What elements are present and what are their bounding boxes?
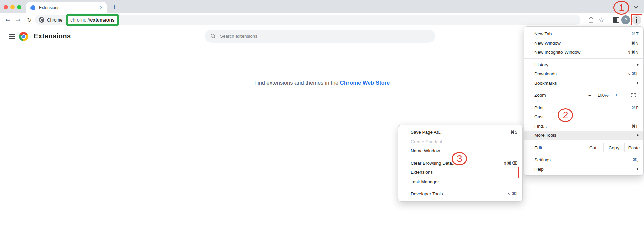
- annotation-step-2: 2: [558, 108, 573, 122]
- menu-item-history[interactable]: History: [524, 60, 643, 70]
- close-window-button[interactable]: [4, 5, 8, 9]
- menu-separator: [524, 58, 643, 59]
- back-button[interactable]: ←: [3, 13, 12, 26]
- zoom-level: 100%: [596, 91, 610, 100]
- browser-window: Extensions × + ← → ↻ Chrome chrome://ext…: [0, 0, 644, 242]
- menu-item-new-tab[interactable]: New Tab ⌘T: [524, 29, 643, 39]
- tab-title: Extensions: [39, 5, 59, 10]
- submenu-arrow-icon: [637, 82, 639, 84]
- page-title: Extensions: [34, 32, 71, 40]
- fullscreen-icon: [631, 93, 636, 97]
- profile-button[interactable]: P: [621, 13, 630, 26]
- annotation-box-more-tools: [523, 126, 643, 137]
- annotation-box-extensions: [399, 167, 519, 178]
- tab-strip: Extensions × +: [0, 0, 644, 13]
- menu-separator: [524, 89, 643, 89]
- search-icon: [211, 34, 216, 39]
- menu-separator: [524, 102, 643, 102]
- edit-paste-button[interactable]: Paste: [624, 143, 643, 153]
- active-tab[interactable]: Extensions ×: [26, 2, 107, 13]
- share-button[interactable]: [587, 13, 595, 26]
- url-host: extensions: [90, 17, 115, 23]
- menu-item-downloads[interactable]: Downloads ⌥⌘L: [524, 69, 643, 79]
- url-highlight-box[interactable]: chrome://extensions: [66, 14, 119, 26]
- reload-button[interactable]: ↻: [25, 13, 34, 26]
- hamburger-menu-icon[interactable]: [9, 34, 15, 35]
- share-icon: [588, 16, 594, 24]
- chrome-web-store-link[interactable]: Chrome Web Store: [340, 80, 390, 86]
- submenu-arrow-icon: [637, 63, 639, 66]
- menu-separator: [524, 142, 643, 142]
- chevron-down-icon[interactable]: [634, 4, 638, 9]
- submenu-item-developer-tools[interactable]: Developer Tools ⌥⌘I: [398, 189, 522, 199]
- new-tab-button[interactable]: +: [110, 3, 119, 11]
- menu-item-help[interactable]: Help: [524, 165, 643, 174]
- menu-item-new-incognito-window[interactable]: New Incognito Window ⇧⌘N: [524, 48, 643, 57]
- avatar: P: [621, 15, 630, 24]
- edit-copy-button[interactable]: Copy: [603, 143, 624, 153]
- fullscreen-button[interactable]: [623, 91, 643, 100]
- menu-separator: [398, 188, 522, 188]
- edit-cut-button[interactable]: Cut: [582, 143, 603, 153]
- annotation-box-menu-button: [631, 14, 642, 25]
- submenu-item-save-page-as[interactable]: Save Page As... ⌘S: [398, 128, 522, 137]
- forward-button[interactable]: →: [13, 13, 22, 26]
- minimize-window-button[interactable]: [10, 5, 15, 9]
- menu-item-zoom: Zoom – 100% +: [524, 91, 643, 100]
- annotation-step-1: 1: [613, 1, 629, 15]
- url-scheme: chrome://: [70, 17, 90, 23]
- menu-item-bookmarks[interactable]: Bookmarks: [524, 79, 643, 88]
- bookmark-button[interactable]: ☆: [597, 13, 605, 26]
- side-panel-button[interactable]: [612, 13, 620, 26]
- menu-item-settings[interactable]: Settings ⌘,: [524, 155, 643, 165]
- annotation-step-3: 3: [452, 152, 467, 165]
- chrome-chip-label: Chrome: [47, 17, 62, 23]
- extension-puzzle-icon: [30, 5, 36, 10]
- search-input[interactable]: [220, 34, 429, 39]
- address-bar[interactable]: Chrome chrome://extensions: [35, 15, 580, 25]
- chrome-badge-icon: [39, 17, 44, 23]
- menu-item-new-window[interactable]: New Window ⌘N: [524, 39, 643, 48]
- empty-state-prefix: Find extensions and themes in the: [254, 80, 340, 86]
- search-box[interactable]: [205, 30, 435, 43]
- submenu-arrow-icon: [637, 168, 639, 170]
- menu-item-edit: Edit Cut Copy Paste: [524, 143, 643, 153]
- chrome-logo: [19, 32, 28, 41]
- window-controls: [4, 5, 21, 9]
- side-panel-icon: [613, 17, 619, 23]
- submenu-item-create-shortcut: Create Shortcut...: [398, 137, 522, 147]
- menu-item-cast[interactable]: Cast...: [524, 112, 643, 122]
- zoom-out-button[interactable]: –: [583, 91, 596, 100]
- browser-toolbar: ← → ↻ Chrome chrome://extensions ☆ P: [0, 13, 644, 26]
- menu-separator: [524, 154, 643, 154]
- maximize-window-button[interactable]: [17, 5, 21, 9]
- menu-item-print[interactable]: Print... ⌘P: [524, 103, 643, 113]
- tab-close-icon[interactable]: ×: [100, 5, 103, 10]
- zoom-in-button[interactable]: +: [610, 91, 623, 100]
- browser-menu: New Tab ⌘T New Window ⌘N New Incognito W…: [524, 26, 644, 176]
